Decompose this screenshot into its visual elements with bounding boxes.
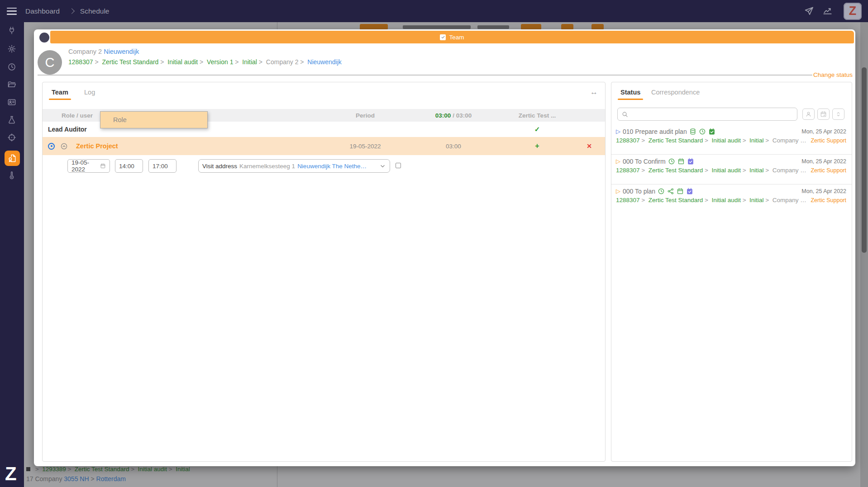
col-hours: 03:00 / 03:00: [406, 112, 501, 119]
status-crumb[interactable]: Initial audit: [703, 167, 741, 174]
project-hours: 03:00: [406, 143, 501, 150]
breadcrumb-link[interactable]: Initial audit: [158, 58, 198, 66]
status-title: 000 To Confirm: [623, 158, 666, 165]
status-assignee[interactable]: Zertic Support: [811, 167, 846, 174]
company-location-link[interactable]: Nieuwendijk: [104, 48, 139, 55]
calendar-icon: [677, 187, 684, 195]
status-date: Mon, 25 Apr 2022: [801, 128, 846, 135]
sidebar-item-settings[interactable]: [7, 44, 16, 53]
change-status-link[interactable]: Change status: [813, 71, 853, 78]
sort-button[interactable]: [832, 109, 844, 120]
breadcrumb-schedule[interactable]: Schedule: [80, 7, 110, 15]
breadcrumb-link[interactable]: Initial: [233, 58, 257, 66]
tab-log[interactable]: Log: [84, 89, 95, 96]
status-crumb[interactable]: Initial: [741, 167, 764, 174]
team-card: Team Log ↔ Role / user Period 03:00 / 03…: [42, 82, 606, 462]
sidebar-item-certificates-active[interactable]: [5, 151, 20, 166]
status-crumb[interactable]: 1288307: [616, 197, 640, 203]
status-list: ▷ 010 Prepare audit plan Mon, 25 Apr 202…: [611, 125, 852, 214]
collapse-icon[interactable]: [60, 142, 68, 150]
sidebar-item-clock[interactable]: [7, 62, 16, 71]
clock-icon: [658, 187, 665, 195]
sidebar-item-flask[interactable]: [7, 115, 16, 124]
send-icon[interactable]: [804, 6, 814, 16]
team-banner[interactable]: Team: [50, 31, 854, 43]
breadcrumb-text: Company 2: [257, 58, 298, 66]
sidebar-item-contacts[interactable]: [7, 98, 16, 107]
status-crumb-tail: Company …: [764, 167, 806, 174]
hours-total: 03:00: [456, 112, 472, 119]
breadcrumb-dashboard[interactable]: Dashboard: [25, 7, 60, 15]
status-card: Status Correspondence ▷ 010 Prepare audi…: [611, 82, 852, 462]
status-search-input[interactable]: [617, 108, 797, 121]
add-button[interactable]: +: [501, 142, 573, 150]
address-city-link: Nieuwendijk The Nethe…: [297, 163, 367, 170]
standard-check-icon: ✓: [501, 125, 573, 133]
status-crumb[interactable]: Initial: [741, 197, 764, 203]
address-checkbox[interactable]: [396, 163, 401, 168]
left-sidebar: Z: [0, 22, 24, 487]
status-crumb[interactable]: Zertic Test Standard: [640, 167, 703, 174]
date-input[interactable]: 19-05-2022: [67, 159, 110, 173]
filter-person-button[interactable]: [802, 109, 815, 120]
top-navigation-bar: Dashboard Schedule Z: [0, 0, 868, 22]
expand-horizontal-icon[interactable]: ↔: [590, 88, 598, 97]
status-crumb[interactable]: Zertic Test Standard: [640, 197, 703, 203]
tab-correspondence[interactable]: Correspondence: [651, 89, 700, 96]
tab-team[interactable]: Team: [52, 89, 68, 96]
visit-detail-row: 19-05-2022 14:00 17:00 Visit address Kar…: [43, 155, 605, 177]
clock-icon: [668, 157, 675, 165]
col-period: Period: [324, 112, 406, 119]
audit-breadcrumb: 1288307Zertic Test StandardInitial audit…: [68, 58, 342, 66]
menu-icon[interactable]: [7, 8, 17, 15]
remove-button[interactable]: ✕: [573, 142, 605, 150]
sidebar-item-folder[interactable]: [7, 80, 16, 89]
database-icon: [689, 128, 696, 135]
status-title: 000 To plan: [623, 188, 655, 195]
role-dropdown-option[interactable]: Role: [100, 111, 208, 128]
calendar-icon: [100, 163, 106, 169]
target-icon[interactable]: [48, 143, 55, 150]
clock-icon: [699, 128, 706, 135]
status-crumb[interactable]: 1288307: [616, 137, 640, 144]
project-date: 19-05-2022: [324, 143, 406, 150]
status-item[interactable]: ▷ 000 To plan Mon, 25 Apr 2022 1288307Ze…: [611, 184, 852, 214]
status-assignee[interactable]: Zertic Support: [811, 137, 846, 144]
chart-icon[interactable]: [822, 6, 833, 16]
sidebar-item-thermometer[interactable]: [7, 170, 16, 180]
breadcrumb-link[interactable]: Zertic Test Standard: [93, 58, 159, 66]
schedule-detail-modal: Team C Company 2 Nieuwendijk 1288307Zert…: [34, 29, 855, 466]
search-icon: [621, 111, 629, 118]
status-crumb[interactable]: Initial: [741, 137, 764, 144]
status-crumb[interactable]: Initial audit: [703, 197, 741, 203]
breadcrumb-link[interactable]: Version 1: [198, 58, 233, 66]
modal-handle-dot[interactable]: [39, 33, 49, 43]
status-crumb[interactable]: Initial audit: [703, 137, 741, 144]
sidebar-item-plug[interactable]: [7, 26, 16, 35]
calendar-icon: [677, 157, 685, 165]
zertic-project-row[interactable]: Zertic Project 19-05-2022 03:00 + ✕: [43, 137, 605, 155]
sidebar-item-crosshair[interactable]: [7, 133, 16, 142]
calendar-check-icon: [708, 128, 715, 135]
status-crumb[interactable]: Zertic Test Standard: [640, 137, 703, 144]
chevron-down-icon: [379, 163, 386, 170]
divider: [38, 75, 812, 76]
breadcrumb-link[interactable]: Nieuwendijk: [298, 58, 341, 66]
status-crumb-tail: Company …: [764, 197, 806, 203]
checkbox-checked-icon[interactable]: [440, 34, 446, 40]
status-assignee[interactable]: Zertic Support: [811, 197, 846, 203]
visit-address-select[interactable]: Visit address Karnemelksesteeg 1 Nieuwen…: [198, 159, 390, 173]
status-item[interactable]: ▷ 000 To Confirm Mon, 25 Apr 2022 128830…: [611, 155, 852, 184]
end-time-input[interactable]: 17:00: [148, 159, 176, 173]
breadcrumb-link[interactable]: 1288307: [68, 58, 93, 66]
chevron-right-icon: [69, 8, 75, 14]
project-name[interactable]: Zertic Project: [76, 142, 118, 150]
tab-status[interactable]: Status: [620, 89, 640, 96]
filter-calendar-button[interactable]: [817, 109, 830, 120]
status-crumb[interactable]: 1288307: [616, 167, 640, 174]
status-title: 010 Prepare audit plan: [623, 128, 687, 135]
status-item[interactable]: ▷ 010 Prepare audit plan Mon, 25 Apr 202…: [611, 125, 852, 155]
status-crumb-tail: Company …: [764, 137, 806, 144]
zertic-logo[interactable]: Z: [844, 3, 862, 20]
start-time-input[interactable]: 14:00: [115, 159, 143, 173]
